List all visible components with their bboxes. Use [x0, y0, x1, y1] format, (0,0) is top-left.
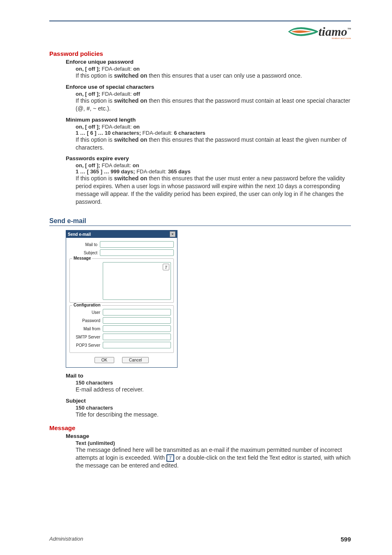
page-number: 599	[341, 536, 351, 543]
param-unique-pw-desc: If this option is switched on then this …	[76, 72, 351, 80]
param-expire-default: on, [ off ]; FDA default: on	[76, 162, 351, 168]
label-smtp: SMTP Server	[72, 335, 103, 339]
label-mail-to: Mail to	[69, 242, 100, 247]
cancel-button[interactable]: Cancel	[122, 357, 149, 363]
ok-button[interactable]: OK	[95, 357, 114, 363]
logo-area: tiamo™ titration and more	[49, 25, 351, 40]
label-password: Password	[72, 318, 103, 323]
param-special-chars-default: on, [ off ]; FDA-default: off	[76, 91, 351, 97]
param-expire-range: 1 … [ 365 ] … 999 days; FDA-default: 365…	[76, 168, 351, 175]
input-smtp[interactable]	[103, 334, 171, 340]
input-mail-from[interactable]	[103, 325, 171, 332]
input-mail-to[interactable]	[100, 241, 174, 248]
footer-section: Administration	[49, 536, 83, 543]
param-unique-pw-title: Enforce unique password	[66, 59, 351, 65]
textarea-message[interactable]: T	[103, 262, 171, 300]
send-email-dialog: Send e-mail × Mail to Subject Message T …	[66, 230, 178, 368]
logo-text: tiamo™	[318, 25, 351, 38]
param-min-length-default: on, [ off ]; FDA-default: on	[76, 124, 351, 130]
fieldset-message: Message T	[69, 258, 174, 303]
label-pop3: POP3 Server	[72, 343, 103, 348]
logo-swoosh-icon	[287, 25, 320, 39]
fieldset-configuration: Configuration User Password Mail from SM…	[69, 305, 174, 353]
param-message-desc: The message defined here will be transmi…	[76, 446, 351, 470]
legend-configuration: Configuration	[72, 303, 102, 307]
close-icon[interactable]: ×	[170, 231, 175, 237]
param-min-length-range: 1 … [ 6 ] … 10 characters; FDA-default: …	[76, 130, 351, 136]
param-expire-title: Passwords expire every	[66, 155, 351, 161]
param-mailto-desc: E-mail address of receiver.	[76, 386, 351, 394]
text-editor-inline-icon: T	[166, 454, 174, 462]
param-mailto-title: Mail to	[66, 373, 351, 379]
label-mail-from: Mail from	[72, 327, 103, 331]
param-special-chars-desc: If this option is switched on then this …	[76, 97, 351, 113]
label-subject: Subject	[69, 251, 100, 255]
heading-message: Message	[49, 424, 351, 431]
label-user: User	[72, 310, 103, 315]
legend-message: Message	[72, 256, 92, 260]
param-message-limit: Text (unlimited)	[76, 440, 115, 446]
input-pop3[interactable]	[103, 342, 171, 348]
param-mailto-limit: 150 characters	[76, 380, 113, 386]
heading-send-email: Send e-mail	[49, 217, 351, 226]
text-editor-icon[interactable]: T	[163, 264, 169, 270]
dialog-titlebar: Send e-mail ×	[66, 230, 177, 238]
dialog-title-text: Send e-mail	[68, 232, 91, 237]
heading-password-policies: Password policies	[49, 50, 351, 57]
param-subject-desc: Title for describing the message.	[76, 411, 351, 419]
param-min-length-desc: If this option is switched on then this …	[76, 136, 351, 152]
param-special-chars-title: Enforce use of special characters	[66, 84, 351, 90]
param-unique-pw-default: on, [ off ]; FDA-default: on	[76, 66, 351, 72]
input-subject[interactable]	[100, 249, 174, 256]
param-subject-limit: 150 characters	[76, 405, 113, 411]
param-min-length-title: Minimum password length	[66, 117, 351, 123]
param-subject-title: Subject	[66, 398, 351, 404]
input-password[interactable]	[103, 317, 171, 324]
param-message-title: Message	[66, 433, 351, 439]
input-user[interactable]	[103, 309, 171, 315]
param-expire-desc: If this option is switched on then this …	[76, 175, 351, 206]
